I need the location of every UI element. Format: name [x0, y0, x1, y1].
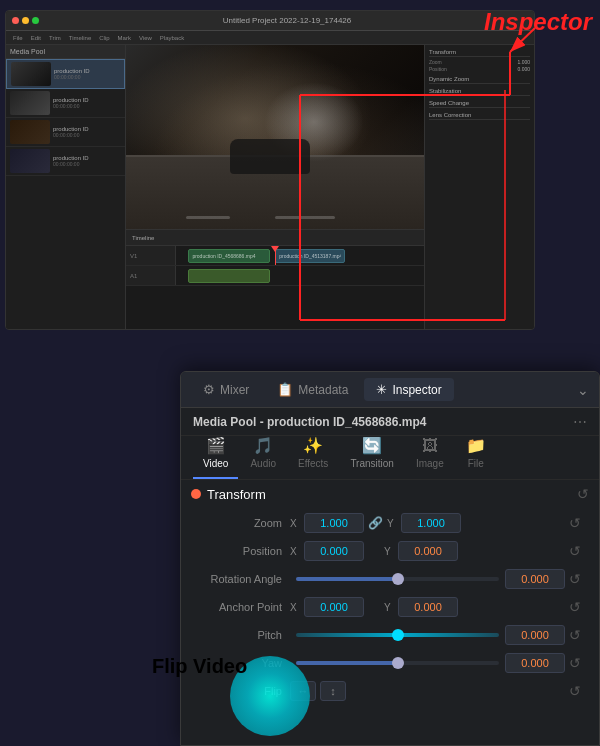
- speed-change-section: Speed Change: [429, 100, 530, 108]
- position-label: Position: [195, 545, 290, 557]
- anchor-reset-btn[interactable]: ↺: [565, 599, 585, 615]
- cat-tab-file[interactable]: 📁 File: [456, 432, 496, 479]
- rotation-row: Rotation Angle ↺: [191, 566, 589, 592]
- dynamic-zoom-section: Dynamic Zoom: [429, 76, 530, 84]
- position-y-input[interactable]: [398, 541, 458, 561]
- rotation-slider-track[interactable]: [296, 577, 499, 581]
- video-clip-2[interactable]: production ID_4513187.mp4: [275, 249, 344, 263]
- clip-thumb-4: [10, 149, 50, 173]
- inspector-value-zoom: 1.000: [517, 59, 530, 65]
- anchor-y-axis: Y: [384, 602, 398, 613]
- menu-view[interactable]: View: [136, 35, 155, 41]
- media-pool-panel: Media Pool production ID 00:00:00:00: [6, 45, 126, 329]
- dynamic-zoom-title: Dynamic Zoom: [429, 76, 530, 84]
- yaw-slider-thumb[interactable]: [392, 657, 404, 669]
- lens-correction-section: Lens Correction: [429, 112, 530, 120]
- menu-file[interactable]: File: [10, 35, 26, 41]
- menu-mark[interactable]: Mark: [115, 35, 134, 41]
- metadata-icon: 📋: [277, 382, 293, 397]
- timeline-tracks: V1 production ID_4568686.mp4 production …: [126, 246, 424, 286]
- yaw-slider-fill: [296, 661, 398, 665]
- pitch-reset-btn[interactable]: ↺: [565, 627, 585, 643]
- effects-icon: ✨: [303, 436, 323, 455]
- minimize-dot: [22, 17, 29, 24]
- pitch-slider-thumb[interactable]: [392, 629, 404, 641]
- clip-duration-3: 00:00:00:00: [53, 132, 121, 138]
- cat-tab-image[interactable]: 🖼 Image: [406, 433, 454, 479]
- yaw-reset-btn[interactable]: ↺: [565, 655, 585, 671]
- inspector-label-zoom: Zoom: [429, 59, 442, 65]
- yaw-slider-track[interactable]: [296, 661, 499, 665]
- maximize-dot: [32, 17, 39, 24]
- clip-thumb-3: [10, 120, 50, 144]
- menu-clip[interactable]: Clip: [96, 35, 112, 41]
- clip-info-1: production ID 00:00:00:00: [54, 68, 120, 80]
- transform-active-dot: [191, 489, 201, 499]
- menu-timeline[interactable]: Timeline: [66, 35, 94, 41]
- file-tab-label: File: [468, 458, 484, 469]
- menu-edit[interactable]: Edit: [28, 35, 44, 41]
- pitch-input[interactable]: [505, 625, 565, 645]
- anchor-x-input[interactable]: [304, 597, 364, 617]
- tab-inspector[interactable]: ✳ Inspector: [364, 378, 453, 401]
- window-title: Untitled Project 2022-12-19_174426: [46, 16, 528, 25]
- pitch-slider-track[interactable]: [296, 633, 499, 637]
- pitch-label: Pitch: [195, 629, 290, 641]
- mixer-icon: ⚙: [203, 382, 215, 397]
- audio-clip-1[interactable]: [188, 269, 270, 283]
- clip-item-3[interactable]: production ID 00:00:00:00: [6, 118, 125, 147]
- a1-content: [176, 266, 424, 285]
- resolve-window: Untitled Project 2022-12-19_174426 File …: [5, 10, 535, 330]
- tab-metadata[interactable]: 📋 Metadata: [265, 378, 360, 401]
- media-pool-label: Media Pool: [10, 48, 45, 55]
- zoom-y-input[interactable]: [401, 513, 461, 533]
- anchor-y-input[interactable]: [398, 597, 458, 617]
- zoom-y-axis: Y: [387, 518, 401, 529]
- cat-tab-effects[interactable]: ✨ Effects: [288, 432, 338, 479]
- rotation-reset-btn[interactable]: ↺: [565, 571, 585, 587]
- inspector-row-1: Zoom 1.000: [429, 59, 530, 65]
- track-mark-1: [186, 216, 231, 219]
- flip-vertical-btn[interactable]: ↕: [320, 681, 346, 701]
- zoom-x-input[interactable]: [304, 513, 364, 533]
- car-silhouette: [230, 139, 310, 174]
- audio-tab-label: Audio: [250, 458, 276, 469]
- clip-info-4: production ID 00:00:00:00: [53, 155, 121, 167]
- anchor-x-axis: X: [290, 602, 304, 613]
- inspector-top-right-label: Inspector: [484, 8, 592, 36]
- cat-tab-transition[interactable]: 🔄 Transition: [340, 432, 404, 479]
- position-reset-btn[interactable]: ↺: [565, 543, 585, 559]
- transform-reset-all[interactable]: ↺: [577, 486, 589, 502]
- menu-playback[interactable]: Playback: [157, 35, 187, 41]
- flip-reset-btn[interactable]: ↺: [565, 683, 585, 699]
- flip-video-label: Flip Video: [152, 655, 247, 678]
- tab-mixer[interactable]: ⚙ Mixer: [191, 378, 261, 401]
- media-pool-header: Media Pool: [6, 45, 125, 59]
- zoom-row: Zoom X 🔗 Y ↺: [191, 510, 589, 536]
- rotation-label: Rotation Angle: [195, 573, 290, 585]
- pitch-row: Pitch ↺: [191, 622, 589, 648]
- cat-tab-video[interactable]: 🎬 Video: [193, 432, 238, 479]
- zoom-reset-btn[interactable]: ↺: [565, 515, 585, 531]
- clip-item-4[interactable]: production ID 00:00:00:00: [6, 147, 125, 176]
- cat-tab-audio[interactable]: 🎵 Audio: [240, 432, 286, 479]
- inspector-icon: ✳: [376, 382, 387, 397]
- clip-item-2[interactable]: production ID 00:00:00:00: [6, 89, 125, 118]
- menu-trim[interactable]: Trim: [46, 35, 64, 41]
- v1-label-area: V1: [126, 246, 176, 265]
- yaw-input[interactable]: [505, 653, 565, 673]
- v1-content: production ID_4568686.mp4 production ID_…: [176, 246, 424, 265]
- clip-item-1[interactable]: production ID 00:00:00:00: [6, 59, 125, 89]
- position-x-input[interactable]: [304, 541, 364, 561]
- rotation-input[interactable]: [505, 569, 565, 589]
- inspector-value-pos: 0.000: [517, 66, 530, 72]
- track-mark-2: [275, 216, 335, 219]
- rotation-slider-thumb[interactable]: [392, 573, 404, 585]
- clip-duration-2: 00:00:00:00: [53, 103, 121, 109]
- chevron-down-btn[interactable]: ⌄: [577, 382, 589, 398]
- more-options-icon[interactable]: ⋯: [573, 414, 587, 430]
- video-clip-1[interactable]: production ID_4568686.mp4: [188, 249, 270, 263]
- rotation-slider-fill: [296, 577, 398, 581]
- inspector-row-2: Position 0.000: [429, 66, 530, 72]
- link-icon[interactable]: 🔗: [368, 516, 383, 530]
